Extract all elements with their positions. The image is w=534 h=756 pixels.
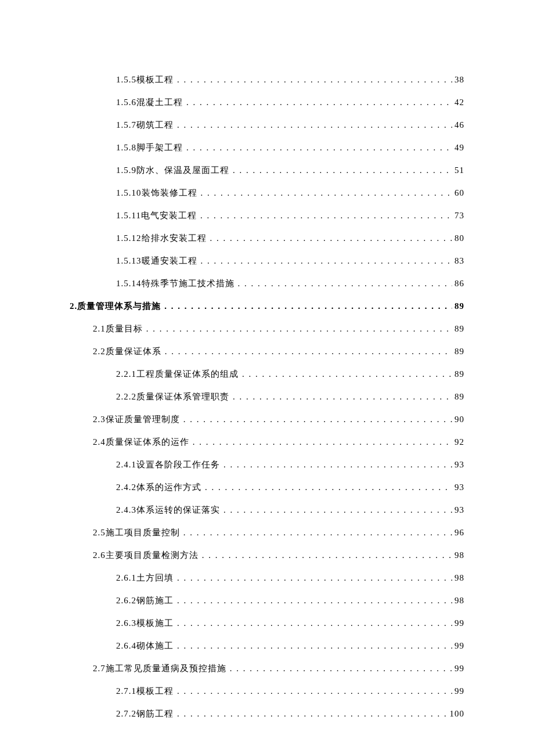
toc-entry: 2.6.1 土方回填98 (116, 567, 464, 589)
toc-entry: 1.5.12 给排水安装工程80 (116, 227, 464, 250)
toc-title: 钢筋工程 (136, 703, 174, 725)
toc-number: 2.7 (93, 657, 106, 680)
toc-entry: 2.2.1 工程质量保证体系的组成89 (116, 363, 464, 386)
toc-number: 2.4.1 (116, 453, 136, 476)
toc-entry: 2.1 质量目标89 (93, 318, 464, 340)
toc-page-number: 99 (454, 612, 464, 635)
table-of-contents: 1.5.5 模板工程381.5.6 混凝土工程421.5.7 砌筑工程461.5… (70, 69, 464, 725)
toc-page-number: 86 (454, 272, 464, 295)
toc-leader-dots (233, 386, 452, 408)
toc-entry: 2.7.2 钢筋工程100 (116, 703, 464, 725)
toc-entry: 2.6.4 砌体施工99 (116, 635, 464, 657)
toc-number: 2.2.1 (116, 363, 136, 386)
toc-leader-dots (164, 295, 452, 318)
toc-title: 质量目标 (106, 318, 143, 340)
toc-page-number: 80 (454, 227, 464, 250)
toc-page-number: 96 (454, 521, 464, 544)
toc-title: 质量保证体系的运作 (106, 431, 189, 453)
toc-title: 装饰装修工程 (142, 182, 197, 204)
toc-leader-dots (223, 499, 452, 521)
toc-title: 体系的运作方式 (136, 476, 201, 499)
toc-entry: 2.4.2 体系的运作方式93 (116, 476, 464, 499)
toc-leader-dots (201, 250, 453, 272)
toc-page-number: 89 (454, 386, 464, 408)
toc-leader-dots (193, 431, 452, 453)
toc-page-number: 99 (454, 680, 464, 703)
toc-title: 土方回填 (136, 567, 174, 589)
toc-leader-dots (223, 453, 452, 476)
toc-page-number: 38 (454, 69, 464, 91)
toc-leader-dots (177, 703, 448, 725)
toc-leader-dots (202, 544, 452, 567)
toc-title: 脚手架工程 (136, 136, 183, 159)
toc-page-number: 99 (454, 635, 464, 657)
toc-page-number: 83 (454, 250, 464, 272)
toc-number: 2.2 (93, 340, 106, 363)
toc-title: 暖通安装工程 (142, 250, 197, 272)
toc-leader-dots (177, 635, 452, 657)
toc-leader-dots (201, 182, 453, 204)
toc-leader-dots (186, 136, 452, 159)
toc-title: 质量保证体系 (106, 340, 161, 363)
toc-number: 1.5.7 (116, 114, 136, 136)
toc-number: 2.3 (93, 408, 106, 431)
toc-number: 2.4 (93, 431, 106, 453)
toc-entry: 2.6 主要项目质量检测方法98 (93, 544, 464, 567)
toc-number: 2.6.3 (116, 612, 136, 635)
toc-page-number: 42 (454, 91, 464, 114)
toc-number: 1.5.13 (116, 250, 142, 272)
toc-title: 设置各阶段工作任务 (136, 453, 220, 476)
toc-leader-dots (200, 204, 452, 227)
toc-title: 砌筑工程 (136, 114, 174, 136)
toc-entry: 2.2 质量保证体系89 (93, 340, 464, 363)
toc-entry: 2.4.1 设置各阶段工作任务93 (116, 453, 464, 476)
toc-entry: 1.5.14 特殊季节施工技术措施86 (116, 272, 464, 295)
toc-leader-dots (183, 408, 452, 431)
toc-page-number: 89 (454, 295, 464, 318)
toc-page-number: 98 (454, 544, 464, 567)
toc-page-number: 49 (454, 136, 464, 159)
toc-leader-dots (177, 680, 452, 703)
toc-title: 钢筋施工 (136, 589, 174, 612)
toc-number: 1.5.11 (116, 204, 141, 227)
toc-number: 2.6.4 (116, 635, 136, 657)
toc-entry: 2.4 质量保证体系的运作92 (93, 431, 464, 453)
toc-title: 质量保证体系管理职责 (136, 386, 229, 408)
toc-number: 2.7.2 (116, 703, 136, 725)
toc-entry: 1.5.6 混凝土工程42 (116, 91, 464, 114)
toc-leader-dots (165, 340, 452, 363)
toc-number: 1.5.8 (116, 136, 136, 159)
toc-leader-dots (183, 521, 452, 544)
toc-leader-dots (177, 114, 452, 136)
toc-title: 模板工程 (136, 69, 174, 91)
toc-number: 2.6.2 (116, 589, 136, 612)
toc-number: 1.5.5 (116, 69, 136, 91)
toc-number: 2.4.2 (116, 476, 136, 499)
toc-leader-dots (186, 91, 452, 114)
toc-page-number: 51 (454, 159, 464, 182)
toc-leader-dots (230, 657, 452, 680)
toc-entry: 1.5.7 砌筑工程46 (116, 114, 464, 136)
toc-leader-dots (210, 227, 453, 250)
toc-leader-dots (177, 567, 452, 589)
toc-page-number: 98 (454, 589, 464, 612)
toc-entry: 1.5.13 暖通安装工程83 (116, 250, 464, 272)
toc-number: 2.5 (93, 521, 106, 544)
toc-entry: 2.5 施工项目质量控制96 (93, 521, 464, 544)
toc-leader-dots (146, 318, 452, 340)
toc-number: 2.6 (93, 544, 106, 567)
toc-entry: 2.2.2 质量保证体系管理职责89 (116, 386, 464, 408)
toc-title: 防水、保温及屋面工程 (136, 159, 229, 182)
toc-page-number: 100 (450, 703, 465, 725)
toc-title: 主要项目质量检测方法 (106, 544, 199, 567)
toc-number: 2.4.3 (116, 499, 136, 521)
toc-number: 2.1 (93, 318, 106, 340)
toc-entry: 2.7.1 模板工程99 (116, 680, 464, 703)
toc-number: 2.2.2 (116, 386, 136, 408)
toc-entry: 2. 质量管理体系与措施89 (70, 295, 464, 318)
toc-leader-dots (242, 363, 452, 386)
toc-page-number: 89 (454, 318, 464, 340)
toc-number: 1.5.9 (116, 159, 136, 182)
toc-page-number: 73 (454, 204, 464, 227)
toc-title: 特殊季节施工技术措施 (142, 272, 234, 295)
